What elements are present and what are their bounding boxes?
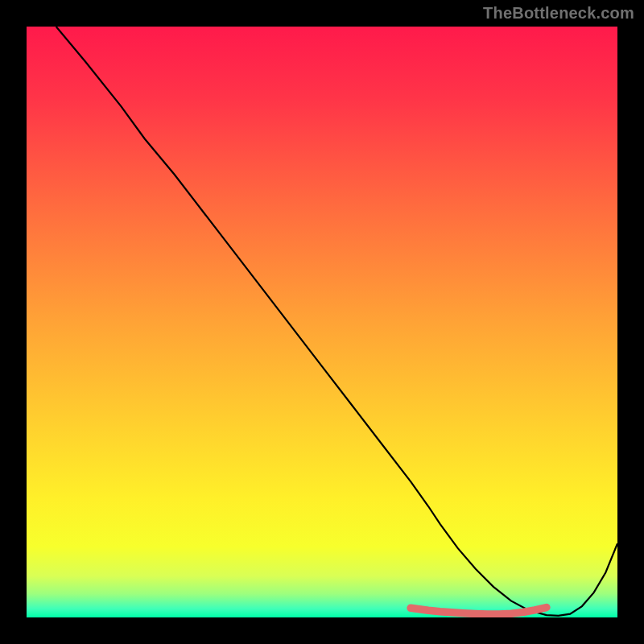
gradient-background [27, 27, 617, 617]
chart-stage: TheBottleneck.com [0, 0, 644, 644]
watermark-text: TheBottleneck.com [483, 4, 634, 23]
bottleneck-curve-chart [27, 27, 617, 617]
plot-area [27, 27, 617, 617]
